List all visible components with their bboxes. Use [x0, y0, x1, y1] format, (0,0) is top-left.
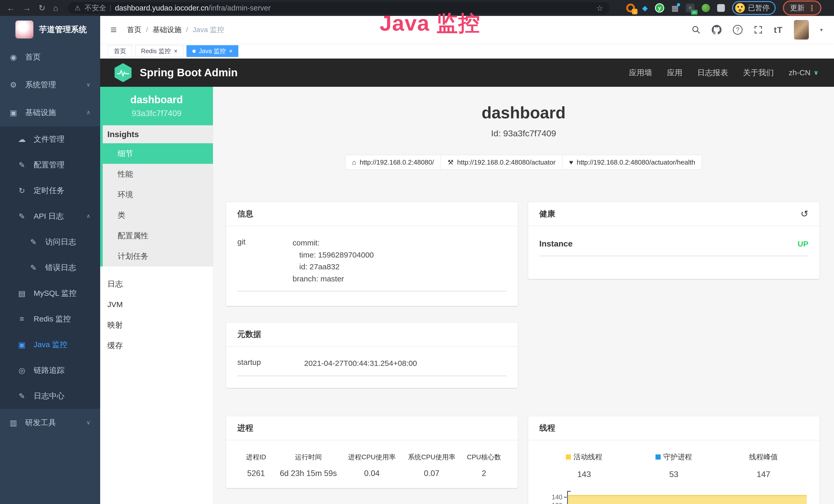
- sidebar-item-label: Redis 监控: [34, 314, 71, 324]
- breadcrumb-home[interactable]: 首页: [127, 25, 141, 35]
- sba-nav-journal[interactable]: 日志报表: [697, 68, 728, 78]
- menu-item-jvm[interactable]: JVM: [100, 294, 213, 315]
- process-table: 进程ID 5261 运行时间 6d 23h 15m 59s: [237, 453, 506, 478]
- actuator-url-button[interactable]: ⚒ http://192.168.0.2:48080/actuator: [440, 155, 562, 170]
- text-size-icon[interactable]: tT: [774, 25, 783, 35]
- tab-redis-monitor[interactable]: Redis 监控 ×: [135, 45, 183, 57]
- help-icon[interactable]: ?: [733, 25, 743, 35]
- sidebar-item-redis-monitor[interactable]: ≡ Redis 监控: [0, 306, 100, 332]
- menu-item-mappings[interactable]: 映射: [100, 315, 213, 335]
- browser-forward-icon[interactable]: →: [23, 4, 31, 12]
- threads-card-header: 线程: [528, 416, 820, 440]
- sidebar-item-home[interactable]: ◉ 首页: [0, 43, 100, 71]
- active-dot-icon: [192, 49, 196, 53]
- cell-value: 0.04: [342, 469, 402, 478]
- monitor-icon: ▣: [17, 340, 27, 349]
- instance-header[interactable]: dashboard 93a3fc7f7409: [100, 87, 213, 125]
- git-row: git commit: time: 1596289704000 id: 27aa…: [237, 237, 506, 292]
- insights-group: Insights 细节 性能 环境 类 配置属性 计划任务: [100, 125, 213, 267]
- process-col-uptime: 运行时间 6d 23h 15m 59s: [275, 453, 342, 478]
- avatar-caret-icon[interactable]: ▾: [820, 27, 823, 33]
- sidebar-item-label: 系统管理: [25, 79, 56, 90]
- history-icon: ↻: [17, 186, 27, 195]
- browser-back-icon[interactable]: ←: [7, 4, 15, 12]
- history-icon[interactable]: ↺: [800, 208, 808, 219]
- sba-nav-about[interactable]: 关于我们: [743, 68, 774, 78]
- cards-left-column: 信息 git commit: time: 1596289704000: [226, 202, 518, 488]
- metadata-card-header: 元数据: [226, 322, 518, 347]
- sidebar-item-devtools[interactable]: ▥ 研发工具 ∨: [0, 409, 100, 436]
- tab-label: Redis 监控: [141, 47, 171, 55]
- browser-home-icon[interactable]: ⌂: [53, 4, 58, 12]
- page-subtitle: Id: 93a3fc7f7409: [213, 129, 834, 138]
- card-title: 元数据: [237, 329, 261, 340]
- sidebar-item-mysql-monitor[interactable]: ▤ MySQL 监控: [0, 280, 100, 306]
- switch-extension-icon[interactable]: ≡ on: [686, 4, 695, 12]
- leaf-extension-icon[interactable]: [702, 4, 710, 12]
- search-icon[interactable]: [692, 25, 700, 34]
- grid-extension-icon[interactable]: ▦: [672, 4, 679, 13]
- menu-item-details[interactable]: 细节: [103, 143, 213, 164]
- startup-value: 2021-04-27T00:44:31.254+08:00: [304, 358, 506, 369]
- menu-item-logging[interactable]: 日志: [100, 274, 213, 294]
- status-badge: UP: [797, 239, 808, 248]
- extensions-puzzle-icon[interactable]: [717, 4, 725, 12]
- window-body: 芋道管理系统 ◉ 首页 ⚙ 系统管理 ∨ ▣ 基础设施 ∧ ☁ 文件管理 ✎: [0, 16, 834, 504]
- menu-item-config-props[interactable]: 配置属性: [103, 225, 213, 246]
- sba-locale-select[interactable]: zh-CN ∨: [789, 68, 818, 77]
- chrome-update-button[interactable]: 更新 ⋮: [783, 1, 821, 16]
- url-host: dashboard.yudao.iocoder.cn: [115, 4, 208, 12]
- user-avatar[interactable]: [794, 20, 809, 40]
- tab-java-monitor[interactable]: Java 监控 ×: [186, 45, 238, 57]
- menu-item-environment[interactable]: 环境: [103, 184, 213, 205]
- sidebar-item-tracing[interactable]: ◎ 链路追踪: [0, 358, 100, 383]
- sba-nav: 应用墙 应用 日志报表 关于我们 zh-CN ∨: [629, 68, 818, 78]
- sidebar-item-error-log[interactable]: ✎ 错误日志: [0, 255, 100, 280]
- breadcrumb-infra[interactable]: 基础设施: [153, 25, 181, 35]
- menu-items: 日志 JVM 映射 缓存: [100, 274, 213, 356]
- column-header: 进程ID: [237, 453, 275, 462]
- sidebar-item-access-log[interactable]: ✎ 访问日志: [0, 229, 100, 255]
- extension-orange-icon[interactable]: 1: [626, 4, 635, 12]
- sba-nav-applications[interactable]: 应用: [667, 68, 682, 78]
- sidebar-item-system[interactable]: ⚙ 系统管理 ∨: [0, 71, 100, 98]
- github-icon[interactable]: [712, 25, 722, 35]
- tab-home[interactable]: 首页: [108, 45, 132, 57]
- menu-item-scheduled-tasks[interactable]: 计划任务: [103, 246, 213, 267]
- url-path: /infra/admin-server: [208, 4, 271, 12]
- sidebar-item-api-log[interactable]: ✎ API 日志 ∧: [0, 203, 100, 229]
- sidebar-item-log-center[interactable]: ✎ 日志中心: [0, 383, 100, 409]
- kebab-menu-icon[interactable]: ⋮: [808, 4, 816, 13]
- hamburger-icon[interactable]: ≡: [110, 24, 117, 36]
- service-url-button[interactable]: ⌂ http://192.168.0.2:48080/: [345, 155, 441, 170]
- column-header: 进程CPU使用率: [342, 453, 402, 462]
- address-bar[interactable]: ⚠ 不安全 dashboard.yudao.iocoder.cn/infra/a…: [68, 2, 610, 14]
- paused-label: 已暂停: [748, 3, 770, 13]
- sba-brand-title[interactable]: Spring Boot Admin: [140, 67, 238, 79]
- sidebar-item-infra[interactable]: ▣ 基础设施 ∧: [0, 98, 100, 126]
- close-icon[interactable]: ×: [229, 48, 233, 54]
- sidebar-item-java-monitor[interactable]: ▣ Java 监控: [0, 332, 100, 358]
- health-url-button[interactable]: ♥ http://192.168.0.2:48080/actuator/heal…: [562, 155, 702, 170]
- pin-extension-icon[interactable]: ◆: [642, 4, 648, 12]
- security-label[interactable]: 不安全: [85, 3, 106, 13]
- health-card: 健康 ↺ Instance UP: [528, 202, 820, 279]
- sba-logo-icon: [114, 63, 132, 82]
- sidebar-item-config-manage[interactable]: ✎ 配置管理: [0, 152, 100, 178]
- sba-nav-wallboard[interactable]: 应用墙: [629, 68, 652, 78]
- sidebar-item-file-manage[interactable]: ☁ 文件管理: [0, 126, 100, 152]
- menu-item-classes[interactable]: 类: [103, 205, 213, 225]
- on-badge: on: [691, 10, 698, 15]
- cards-grid: 信息 git commit: time: 1596289704000: [213, 202, 834, 504]
- extension-badge: 1: [632, 9, 637, 15]
- menu-item-caches[interactable]: 缓存: [100, 335, 213, 356]
- browser-reload-icon[interactable]: ↻: [39, 4, 45, 12]
- y-badge-icon: y: [655, 3, 664, 13]
- fullscreen-icon[interactable]: [754, 25, 763, 34]
- close-icon[interactable]: ×: [174, 48, 177, 54]
- menu-item-metrics[interactable]: 性能: [103, 164, 213, 184]
- profile-paused-button[interactable]: 已暂停: [732, 1, 776, 15]
- green-y-extension-icon[interactable]: y: [655, 3, 664, 13]
- sidebar-item-scheduled-jobs[interactable]: ↻ 定时任务: [0, 178, 100, 203]
- bookmark-star-icon[interactable]: ☆: [596, 4, 603, 13]
